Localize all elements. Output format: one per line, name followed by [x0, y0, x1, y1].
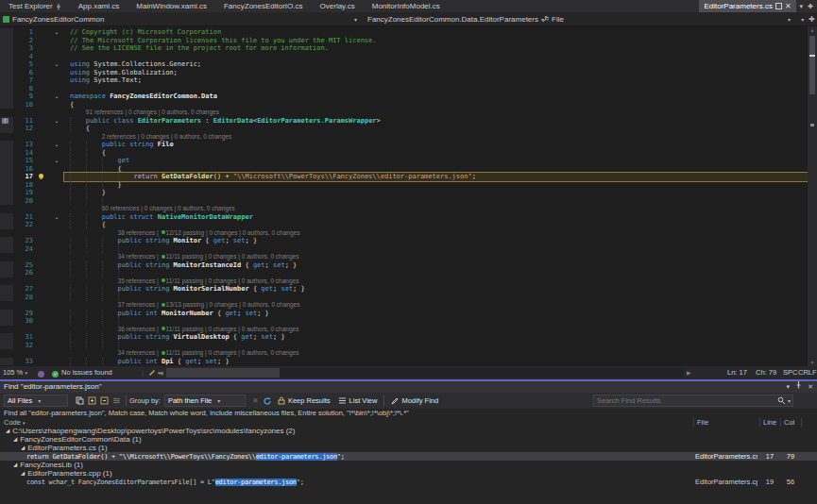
breakpoint-margin[interactable] — [0, 358, 13, 366]
breakpoint-margin[interactable] — [0, 294, 13, 302]
breakpoint-margin[interactable] — [0, 310, 13, 318]
code-text[interactable]: public class EditorParameters : EditorDa… — [64, 117, 808, 126]
code-text[interactable]: public string MonitorInstanceId { get; s… — [64, 261, 808, 270]
codelens-row[interactable]: 60 references | 0 changes | 0 authors, 0… — [0, 205, 808, 213]
code-text[interactable]: return GetDataFolder() + "\\Microsoft\\P… — [64, 173, 808, 181]
code-line-33[interactable]: 33 public int Dpi { get; set; } — [0, 358, 808, 366]
pin-icon[interactable] — [795, 381, 802, 393]
breakpoint-margin[interactable] — [0, 269, 13, 277]
code-line-1[interactable]: 1⌄// Copyright (c) Microsoft Corporation — [0, 28, 808, 37]
chevron-down-icon[interactable]: ▾ — [801, 16, 804, 23]
tab-monitorinfomodel-cs[interactable]: MonitorInfoModel.cs — [364, 0, 449, 12]
code-line-29[interactable]: 29 public int MonitorNumber { get; set; … — [0, 310, 808, 318]
code-line-8[interactable]: 8 — [0, 85, 808, 93]
fold-marker[interactable]: ⌄ — [49, 141, 64, 149]
code-line-11[interactable]: !11⌄ public class EditorParameters : Edi… — [0, 117, 808, 126]
code-line-19[interactable]: 19 } — [0, 189, 808, 197]
list-view-button[interactable]: List View — [334, 396, 382, 405]
fold-marker[interactable]: ⌄ — [49, 213, 64, 222]
code-text[interactable]: public int Dpi { get; set; } — [64, 358, 808, 366]
tree-expanded-icon[interactable]: ◢ — [13, 461, 17, 469]
codelens-row[interactable]: 34 references | 11/11 passing | 0 change… — [0, 349, 808, 358]
codelens-row[interactable]: 91 references | 0 changes | 0 authors, 0… — [0, 109, 808, 117]
code-line-23[interactable]: 23 public string Monitor { get; set; } — [0, 237, 808, 245]
file-column-header[interactable]: File — [693, 418, 759, 427]
breakpoint-margin[interactable] — [0, 85, 13, 93]
code-text[interactable] — [64, 317, 808, 326]
code-line-5[interactable]: 5⌄using System.Collections.Generic; — [0, 60, 808, 69]
result-group-row[interactable]: ◢EditorParameters.cpp (1) — [0, 469, 817, 478]
tree-expanded-icon[interactable]: ◢ — [21, 444, 25, 452]
horizontal-scrollbar[interactable] — [166, 368, 684, 378]
code-line-21[interactable]: 21⌄ public struct NativeMonitorDataWrapp… — [0, 213, 808, 222]
breakpoint-margin[interactable] — [0, 173, 13, 181]
code-line-15[interactable]: 15⌄ get — [0, 157, 808, 165]
result-group-row[interactable]: ◢C:\Users\zhaopengwang\Desktop\powertoys… — [0, 427, 817, 435]
code-text[interactable]: public int MonitorNumber { get; set; } — [64, 310, 808, 318]
code-text[interactable]: { — [64, 125, 808, 133]
issues-indicator[interactable]: ✓No issues found — [52, 366, 112, 379]
breakpoint-margin[interactable] — [0, 165, 13, 174]
fold-marker[interactable]: ⌄ — [49, 117, 64, 126]
line-ending-indicator[interactable]: CRLF — [798, 366, 817, 379]
breakpoint-margin[interactable] — [0, 261, 13, 270]
find-panel-title-bar[interactable]: Find "editor-parameters.json" ▾ ✕ — [0, 381, 817, 393]
code-line-31[interactable]: 31 public string VirtualDesktop { get; s… — [0, 333, 808, 342]
breakpoint-margin[interactable] — [0, 213, 13, 222]
breakpoint-margin[interactable] — [0, 157, 13, 165]
chevron-down-icon[interactable]: ▾ — [787, 381, 791, 393]
code-line-30[interactable]: 30 — [0, 317, 808, 326]
scroll-left-icon[interactable]: ◀ — [159, 366, 163, 379]
code-text[interactable]: public string VirtualDesktop { get; set;… — [64, 333, 808, 342]
hscrollbar-thumb[interactable] — [166, 368, 280, 378]
scroll-down-icon[interactable]: ▼ — [808, 359, 817, 366]
code-text[interactable]: // Copyright (c) Microsoft Corporation — [64, 28, 808, 37]
code-text[interactable] — [64, 53, 808, 61]
breakpoint-margin[interactable]: ! — [0, 117, 13, 126]
code-line-13[interactable]: 13⌄ public string File — [0, 141, 808, 149]
code-text[interactable] — [64, 85, 808, 93]
result-group-row[interactable]: ◢FancyZonesEditorCommon\Data (1) — [0, 435, 817, 444]
code-line-26[interactable]: 26 — [0, 269, 808, 277]
breakpoint-margin[interactable] — [0, 37, 13, 45]
result-group-row[interactable]: ◢FancyZonesLib (1) — [0, 461, 817, 469]
fold-marker[interactable]: ⌄ — [49, 60, 64, 69]
codelens-row[interactable]: 35 references | 11/11 passing | 0 change… — [0, 277, 808, 286]
code-text[interactable]: // The Microsoft Corporation licenses th… — [64, 37, 808, 45]
codelens-row[interactable]: 34 references | 11/11 passing | 0 change… — [0, 253, 808, 261]
code-text[interactable] — [64, 342, 808, 350]
code-line-20[interactable]: 20 — [0, 197, 808, 206]
code-cleanup-icon[interactable] — [38, 369, 44, 377]
project-dropdown[interactable]: FancyZonesEditorCommon ▾ — [3, 13, 360, 25]
search-icon[interactable] — [775, 395, 788, 407]
spaces-indicator[interactable]: SPC — [783, 366, 797, 379]
code-text[interactable]: public struct NativeMonitorDataWrapper — [64, 213, 808, 222]
tab-fancyzoneseditorio-cs[interactable]: FancyZonesEditorIO.cs — [215, 0, 312, 12]
codelens-row[interactable]: 36 references | 11/11 passing | 0 change… — [0, 326, 808, 334]
clear-results-icon[interactable]: ✕ — [249, 395, 262, 407]
editor-lines[interactable]: 1⌄// Copyright (c) Microsoft Corporation… — [0, 28, 808, 365]
breakpoint-margin[interactable] — [0, 189, 13, 197]
tree-expanded-icon[interactable]: ◢ — [6, 427, 9, 435]
code-line-28[interactable]: 28 — [0, 294, 808, 302]
split-window-icon[interactable]: ✚ — [808, 15, 815, 24]
tab-close-icon[interactable]: ✕ — [785, 3, 791, 10]
code-line-6[interactable]: 6using System.Globalization; — [0, 69, 808, 77]
code-text[interactable]: namespace FancyZonesEditorCommon.Data — [64, 92, 808, 101]
collapse-all-icon[interactable] — [98, 395, 111, 407]
code-text[interactable]: public string File — [64, 141, 808, 149]
pin-icon[interactable] — [56, 4, 61, 9]
search-find-results-box[interactable]: ▾ — [593, 395, 793, 407]
code-line-27[interactable]: 27 public string MonitorSerialNumber { g… — [0, 285, 808, 294]
search-input[interactable] — [594, 396, 775, 405]
code-line-12[interactable]: 12 { — [0, 125, 808, 133]
code-text[interactable]: { — [64, 221, 808, 229]
code-line-4[interactable]: 4 — [0, 53, 808, 61]
code-text[interactable] — [64, 269, 808, 277]
result-match-row[interactable]: return GetDataFolder() + "\\Microsoft\\P… — [0, 452, 817, 461]
breakpoint-margin[interactable] — [0, 69, 13, 77]
code-text[interactable]: using System.Globalization; — [64, 69, 808, 77]
codelens-row[interactable]: 38 references | 12/12 passing | 0 change… — [0, 229, 808, 238]
expand-all-icon[interactable] — [86, 395, 98, 407]
code-text[interactable]: { — [64, 149, 808, 158]
